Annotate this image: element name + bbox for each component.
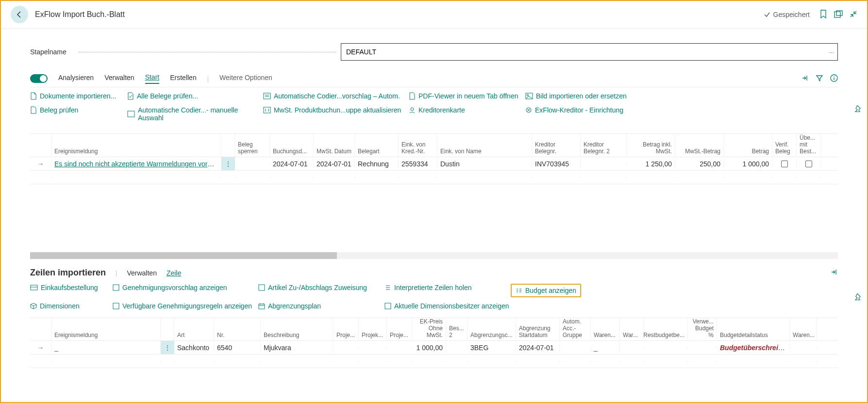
approval-icon: [113, 284, 119, 291]
verif-checkbox[interactable]: [781, 161, 788, 167]
batch-name-input[interactable]: [341, 43, 838, 61]
col2-waren2[interactable]: War...: [620, 318, 644, 340]
col2-no[interactable]: Nr.: [214, 318, 261, 340]
analyse-toggle[interactable]: [30, 74, 48, 83]
bookmark-icon[interactable]: [819, 10, 827, 20]
item-charge-button[interactable]: Artikel Zu-/Abschlags Zuweisung: [258, 284, 367, 291]
exflow-vendor-setup-button[interactable]: ExFlow-Kreditor - Einrichtung: [525, 106, 623, 114]
col-block[interactable]: Beleg sperren: [235, 134, 270, 157]
filter-icon[interactable]: [816, 74, 823, 83]
import-documents-button[interactable]: Dokumente importieren...: [30, 92, 116, 100]
svg-rect-11: [31, 285, 37, 290]
col2-event[interactable]: Ereignismeldung: [51, 318, 161, 340]
col-event[interactable]: Ereignismeldung: [51, 134, 221, 157]
col-vendno[interactable]: Eink. von Kred.-Nr.: [399, 134, 437, 157]
col2-status[interactable]: Budgetdetailstatus: [717, 318, 790, 340]
line-row-menu-button[interactable]: ⋮: [161, 341, 174, 354]
approval-rules-button[interactable]: Verfügbare Genehmigungsregeln anzeigen: [113, 302, 252, 310]
share-icon-2[interactable]: [830, 268, 838, 277]
col-amtincl[interactable]: Betrag inkl. MwSt.: [627, 134, 675, 157]
col2-waren1[interactable]: Waren...: [591, 318, 620, 340]
horizontal-scrollbar[interactable]: [30, 252, 838, 259]
document-import-icon: [30, 92, 37, 100]
auto-coding-auto-button[interactable]: Automatische Codier...vorschlag – Autom.: [263, 92, 400, 100]
line-row-empty[interactable]: [30, 355, 838, 368]
tab-analyse[interactable]: Analysieren: [58, 74, 94, 83]
col2-bes[interactable]: Bes... 2: [446, 318, 467, 340]
back-button[interactable]: [11, 6, 28, 23]
saved-indicator: Gespeichert: [764, 11, 810, 18]
purchase-order-button[interactable]: Einkaufsbestellung: [30, 284, 98, 291]
vendor-icon: [409, 107, 416, 113]
budget-icon: [516, 287, 522, 294]
col-vatamt[interactable]: MwSt.-Betrag: [675, 134, 724, 157]
col2-autogroup[interactable]: Autom. Acc.- Gruppe: [560, 318, 591, 340]
col-amount[interactable]: Betrag: [724, 134, 772, 157]
col2-type[interactable]: Art: [174, 318, 214, 340]
col2-usedpct[interactable]: Verwe... Budget %: [688, 318, 717, 340]
approval-proposal-button[interactable]: Genehmigungsvorschlag anzeigen: [113, 284, 227, 291]
col2-proj3[interactable]: Proje...: [387, 318, 412, 340]
image-icon: [525, 93, 533, 99]
col2-waren3[interactable]: Waren...: [790, 318, 817, 340]
info-icon[interactable]: [830, 74, 838, 83]
col-vendname[interactable]: Eink. von Name: [437, 134, 532, 157]
svg-rect-14: [113, 303, 119, 309]
pin-icon[interactable]: [854, 105, 862, 114]
col2-restbudget[interactable]: Restbudgetbe...: [644, 318, 688, 340]
col-vatdate[interactable]: MwSt. Datum: [314, 134, 355, 157]
coding-auto-icon: [263, 93, 271, 99]
show-budget-button[interactable]: Budget anzeigen: [511, 284, 581, 297]
event-warning-link[interactable]: Es sind noch nicht akzeptierte Warnmeldu…: [54, 160, 221, 168]
deferral-schedule-button[interactable]: Abgrenzungsplan: [258, 302, 321, 310]
col-match[interactable]: Übe... mit Best...: [797, 134, 821, 157]
batch-lookup-icon[interactable]: ···: [829, 48, 834, 56]
tab-manage[interactable]: Verwalten: [104, 74, 134, 83]
lines-tab-line[interactable]: Zeile: [167, 269, 181, 277]
batch-name-label: Stapelname: [30, 48, 341, 56]
col-vendinv[interactable]: Kreditor Belegnr.: [532, 134, 581, 157]
table-row[interactable]: → Es sind noch nicht akzeptierte Warnmel…: [30, 157, 838, 171]
col2-proj2[interactable]: Projek...: [359, 318, 387, 340]
dimensions-icon: [30, 303, 37, 309]
col2-defstart[interactable]: Abgrenzung Startdatum: [516, 318, 560, 340]
verify-doc-button[interactable]: Beleg prüfen: [30, 106, 78, 114]
pdf-viewer-button[interactable]: PDF-Viewer in neuem Tab öffnen: [409, 92, 518, 100]
col2-proj1[interactable]: Proje...: [334, 318, 359, 340]
tab-start[interactable]: Start: [145, 73, 160, 84]
line-row[interactable]: → _ ⋮ Sachkonto 6540 Mjukvara 1 000,00 3…: [30, 341, 838, 355]
svg-rect-15: [259, 304, 265, 309]
col-postdate[interactable]: Buchungsd...: [270, 134, 314, 157]
col2-deferral[interactable]: Abgrenzungsc...: [467, 318, 516, 340]
vat-group-update-button[interactable]: MwSt. Produktbuchun...uppe aktualisieren: [263, 106, 401, 114]
svg-rect-16: [385, 303, 391, 309]
col2-desc[interactable]: Beschreibung: [261, 318, 334, 340]
coding-manual-icon: [127, 111, 135, 117]
card-icon: [30, 285, 38, 290]
tab-more-options[interactable]: Weitere Optionen: [219, 74, 272, 83]
dimensions-button[interactable]: Dimensionen: [30, 302, 80, 310]
document-check-icon: [127, 92, 134, 100]
dimension-owners-button[interactable]: Aktuelle Dimensionsbesitzer anzeigen: [384, 302, 509, 310]
col-doctype[interactable]: Belegart: [355, 134, 399, 157]
verify-all-button[interactable]: Alle Belege prüfen...: [127, 92, 198, 100]
lines-tab-manage[interactable]: Verwalten: [127, 269, 156, 277]
tab-create[interactable]: Erstellen: [170, 74, 196, 83]
col2-price[interactable]: EK-Preis Ohne MwSt.: [412, 318, 446, 340]
import-image-button[interactable]: Bild importieren oder ersetzen: [525, 92, 627, 100]
svg-point-9: [411, 108, 414, 111]
collapse-icon[interactable]: [850, 10, 857, 19]
col-vendinv2[interactable]: Kreditor Belegnr. 2: [581, 134, 627, 157]
row-menu-button[interactable]: ⋮: [221, 157, 235, 170]
col-verif[interactable]: Verif. Beleg: [772, 134, 797, 157]
pin-icon-2[interactable]: [854, 293, 862, 303]
auto-coding-manual-button[interactable]: Automatische Codier...- manuelle Auswahl: [127, 106, 263, 122]
vendor-card-button[interactable]: Kreditorenkarte: [409, 106, 465, 114]
table-row-empty[interactable]: [30, 171, 838, 184]
vat-update-icon: [263, 107, 271, 113]
match-checkbox[interactable]: [805, 161, 812, 167]
popout-icon[interactable]: [834, 10, 843, 19]
get-interpreted-lines-button[interactable]: Interpretierte Zeilen holen: [384, 284, 472, 291]
svg-rect-7: [128, 111, 134, 117]
share-icon[interactable]: [801, 74, 809, 83]
